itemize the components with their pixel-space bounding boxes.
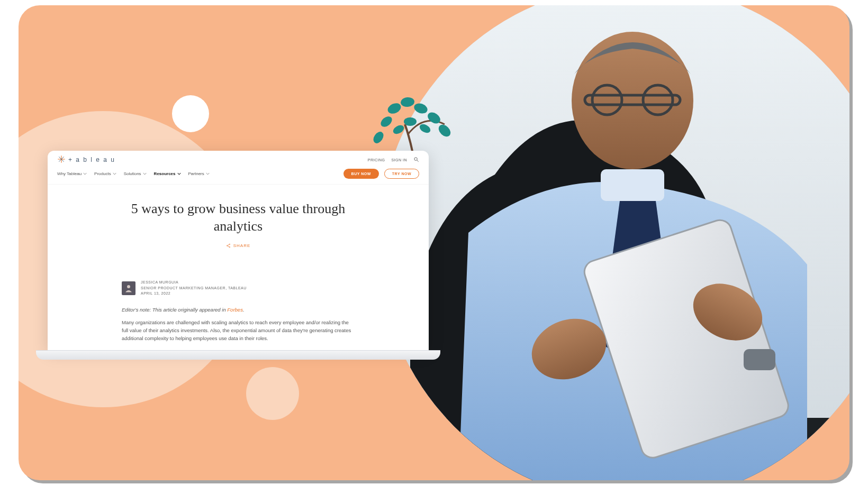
share-button[interactable]: SHARE <box>226 243 251 248</box>
svg-point-2 <box>572 32 693 169</box>
svg-point-13 <box>413 102 429 115</box>
nav-why-tableau[interactable]: Why Tableau <box>57 171 87 176</box>
svg-point-15 <box>426 110 442 126</box>
bg-circle-small <box>172 95 209 132</box>
share-icon <box>226 243 231 248</box>
try-now-button[interactable]: TRY NOW <box>384 169 419 179</box>
svg-point-14 <box>379 114 394 129</box>
svg-point-22 <box>392 123 405 135</box>
bg-circle-medium <box>246 367 299 420</box>
svg-point-12 <box>400 97 414 107</box>
svg-point-34 <box>127 285 130 288</box>
svg-point-31 <box>229 246 230 248</box>
author-role: SENIOR PRODUCT MARKETING MANAGER, TABLEA… <box>141 286 247 291</box>
nav-resources[interactable]: Resources <box>154 171 181 176</box>
nav-products[interactable]: Products <box>94 171 116 176</box>
svg-line-32 <box>228 244 229 245</box>
logo-icon <box>57 155 66 164</box>
article-date: APRIL 13, 2022 <box>141 291 247 297</box>
nav-solutions[interactable]: Solutions <box>124 171 147 176</box>
svg-point-16 <box>372 130 386 145</box>
author-avatar <box>122 281 135 295</box>
nav-partners[interactable]: Partners <box>188 171 210 176</box>
svg-point-11 <box>386 101 402 115</box>
forbes-link[interactable]: Forbes <box>227 307 243 313</box>
svg-line-33 <box>228 246 229 247</box>
svg-point-27 <box>414 158 418 161</box>
svg-rect-10 <box>744 349 775 370</box>
chevron-down-icon <box>143 172 147 176</box>
signin-link[interactable]: SIGN IN <box>391 158 407 162</box>
chevron-down-icon <box>206 172 210 176</box>
logo-text: + a b l e a u <box>68 156 115 163</box>
chevron-down-icon <box>83 172 87 176</box>
svg-point-17 <box>436 122 453 139</box>
svg-point-20 <box>404 117 417 126</box>
chevron-down-icon <box>113 172 116 176</box>
buy-now-button[interactable]: BUY NOW <box>343 169 379 179</box>
article-title: 5 ways to grow business value through an… <box>111 200 365 235</box>
chevron-down-icon <box>177 172 181 176</box>
author-name: JESSICA MURGUIA <box>141 280 247 286</box>
pricing-link[interactable]: PRICING <box>368 158 385 162</box>
svg-line-28 <box>417 160 419 162</box>
search-icon[interactable] <box>413 157 419 163</box>
editors-note: Editor's note: This article originally a… <box>122 306 355 314</box>
hero-photo <box>378 5 849 480</box>
svg-point-29 <box>227 245 228 246</box>
logo[interactable]: + a b l e a u <box>57 155 115 164</box>
svg-point-30 <box>229 244 230 245</box>
laptop-base <box>36 350 440 360</box>
article-paragraph: Many organizations are challenged with s… <box>122 319 355 342</box>
laptop-mockup: + a b l e a u PRICING SIGN IN Why Tablea… <box>48 151 429 360</box>
share-label: SHARE <box>233 243 251 248</box>
primary-nav: Why Tableau Products Solutions Resources… <box>57 171 210 176</box>
svg-rect-6 <box>601 169 664 201</box>
